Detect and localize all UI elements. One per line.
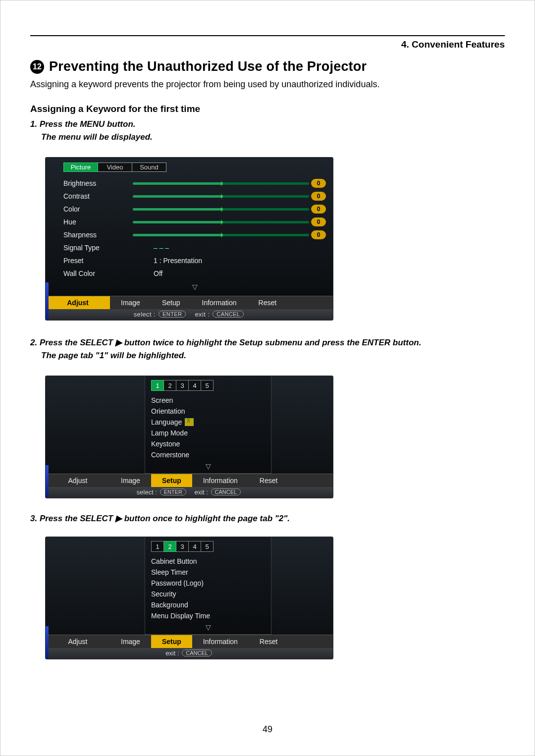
cancel-pill: CANCEL [182, 649, 212, 656]
row-hue[interactable]: Hue 0 [63, 216, 326, 228]
section-title-row: 12 Preventing the Unauthorized Use of th… [30, 59, 505, 74]
osd-picture-menu: Picture Video Sound Brightness 0 Contras… [45, 157, 333, 321]
setup-panel: 1 2 3 4 5 Cabinet Button Sleep Timer Pas… [145, 537, 271, 635]
tab-setup[interactable]: Setup [151, 296, 191, 309]
label-contrast: Contrast [63, 192, 124, 200]
slider-brightness[interactable]: 0 [133, 179, 326, 187]
tab-image[interactable]: Image [110, 296, 151, 309]
page-tab-4[interactable]: 4 [189, 541, 201, 552]
label-color: Color [63, 205, 124, 213]
row-color[interactable]: Color 0 [63, 203, 326, 216]
row-preset[interactable]: Preset 1 : Presentation [63, 254, 326, 267]
item-orientation[interactable]: Orientation [151, 406, 265, 417]
bottom-tabs: Adjust Image Setup Information Reset [46, 474, 333, 487]
row-contrast[interactable]: Contrast 0 [63, 190, 326, 203]
item-lamp-mode[interactable]: Lamp Mode [151, 428, 265, 438]
tab-setup[interactable]: Setup [151, 635, 192, 648]
item-background[interactable]: Background [151, 599, 265, 610]
page-tab-4[interactable]: 4 [189, 380, 201, 391]
tab-adjust[interactable]: Adjust [46, 635, 110, 648]
scroll-down-icon[interactable]: ▽ [151, 462, 265, 470]
tab-information[interactable]: Information [192, 635, 249, 648]
menu-accent-bar [46, 626, 49, 659]
page-tabs: 1 2 3 4 5 [151, 380, 265, 391]
page-tab-1[interactable]: 1 [151, 380, 164, 391]
row-signal-type[interactable]: Signal Type – – – [63, 241, 326, 254]
label-brightness: Brightness [63, 179, 124, 187]
page-tab-2[interactable]: 2 [164, 541, 176, 552]
page-tab-1[interactable]: 1 [151, 541, 164, 552]
status-bar: select : ENTER exit : CANCEL [46, 309, 333, 320]
scroll-down-icon[interactable]: ▽ [151, 623, 265, 631]
row-brightness[interactable]: Brightness 0 [63, 177, 326, 190]
osd-body: Picture Video Sound Brightness 0 Contras… [45, 157, 333, 321]
page-tab-3[interactable]: 3 [176, 541, 189, 552]
value-signal-type: – – – [154, 244, 169, 252]
slider-color[interactable]: 0 [133, 205, 326, 213]
label-sharpness: Sharpness [63, 231, 124, 239]
intro-text: Assigning a keyword prevents the project… [30, 79, 505, 90]
label-wall-color: Wall Color [63, 270, 124, 277]
top-tabs: Picture Video Sound [63, 162, 326, 172]
item-security[interactable]: Security [151, 589, 265, 599]
tab-adjust[interactable]: Adjust [46, 474, 110, 487]
row-sharpness[interactable]: Sharpness 0 [63, 228, 326, 241]
tab-reset[interactable]: Reset [248, 296, 288, 309]
page-title: Preventing the Unauthorized Use of the P… [49, 59, 367, 74]
tab-picture[interactable]: Picture [63, 162, 98, 172]
page-tab-2[interactable]: 2 [164, 380, 176, 391]
enter-pill: ENTER [159, 311, 186, 318]
tab-reset[interactable]: Reset [249, 474, 289, 487]
tab-reset[interactable]: Reset [249, 635, 289, 648]
label-hue: Hue [63, 218, 124, 226]
tab-adjust[interactable]: Adjust [46, 296, 110, 309]
item-cornerstone[interactable]: Cornerstone [151, 449, 265, 460]
step-3: 3. Press the SELECT ▶ button once to hig… [30, 513, 505, 524]
bottom-tabs: Adjust Image Setup Information Reset [46, 296, 333, 309]
tab-image[interactable]: Image [110, 474, 151, 487]
item-password-logo[interactable]: Password (Logo) [151, 578, 265, 589]
section-number-badge: 12 [30, 60, 44, 74]
step-2-note: The page tab "1" will be highlighted. [41, 351, 505, 361]
page-tab-3[interactable]: 3 [176, 380, 189, 391]
menu-accent-bar [46, 465, 49, 498]
label-preset: Preset [63, 257, 124, 265]
osd-setup-page2: 1 2 3 4 5 Cabinet Button Sleep Timer Pas… [45, 537, 333, 659]
step-1-note: The menu will be displayed. [41, 132, 505, 142]
status-bar: exit : CANCEL [46, 648, 333, 659]
step-1: 1. Press the MENU button. [30, 119, 505, 129]
cancel-pill: CANCEL [213, 311, 244, 318]
scroll-down-icon[interactable]: ▽ [63, 283, 326, 291]
language-icon [185, 418, 194, 426]
status-bar: select : ENTER exit : CANCEL [46, 487, 333, 498]
tab-video[interactable]: Video [98, 162, 132, 172]
manual-page: 4. Convenient Features 12 Preventing the… [0, 0, 535, 756]
cancel-pill: CANCEL [211, 488, 241, 495]
item-menu-display-time[interactable]: Menu Display Time [151, 610, 265, 621]
page-tab-5[interactable]: 5 [201, 380, 214, 391]
enter-pill: ENTER [160, 488, 186, 495]
bottom-tabs: Adjust Image Setup Information Reset [46, 635, 333, 648]
top-rule [30, 35, 505, 36]
tab-information[interactable]: Information [191, 296, 248, 309]
subheading: Assigning a Keyword for the first time [30, 104, 505, 114]
page-tabs: 1 2 3 4 5 [151, 541, 265, 552]
tab-sound[interactable]: Sound [132, 162, 166, 172]
page-number: 49 [0, 724, 535, 735]
row-wall-color[interactable]: Wall Color Off [63, 267, 326, 280]
step-2: 2. Press the SELECT ▶ button twice to hi… [30, 337, 505, 348]
osd-setup-page1: 1 2 3 4 5 Screen Orientation Language La… [45, 376, 333, 498]
item-sleep-timer[interactable]: Sleep Timer [151, 567, 265, 578]
tab-information[interactable]: Information [192, 474, 249, 487]
tab-image[interactable]: Image [110, 635, 151, 648]
tab-setup[interactable]: Setup [151, 474, 192, 487]
item-keystone[interactable]: Keystone [151, 438, 265, 449]
item-cabinet-button[interactable]: Cabinet Button [151, 556, 265, 567]
slider-hue[interactable]: 0 [133, 218, 326, 226]
slider-sharpness[interactable]: 0 [133, 231, 326, 239]
value-preset: 1 : Presentation [154, 257, 202, 265]
item-language[interactable]: Language [151, 417, 265, 428]
page-tab-5[interactable]: 5 [201, 541, 214, 552]
slider-contrast[interactable]: 0 [133, 192, 326, 200]
item-screen[interactable]: Screen [151, 395, 265, 406]
